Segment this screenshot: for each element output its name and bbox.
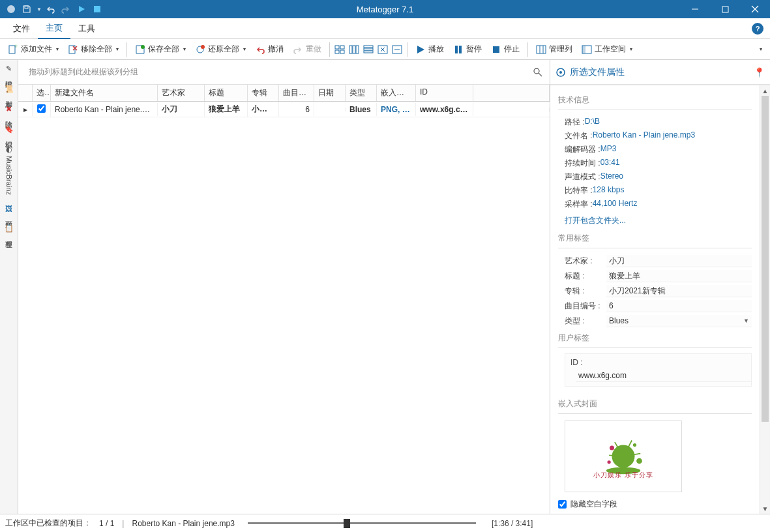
col-genre[interactable]: 类型 xyxy=(346,85,377,101)
cell-album[interactable]: 小刀2... xyxy=(248,102,279,117)
cell-track[interactable]: 6 xyxy=(279,103,314,116)
cell-id[interactable]: www.x6g.com xyxy=(416,103,473,116)
layout-collapse-icon[interactable] xyxy=(391,44,403,55)
qat-play-icon[interactable] xyxy=(74,2,89,16)
svg-rect-17 xyxy=(335,50,339,53)
col-album[interactable]: 专辑 xyxy=(248,85,279,101)
app-title: Metatogger 7.1 xyxy=(357,5,413,14)
minimize-button[interactable] xyxy=(680,0,710,18)
col-cover[interactable]: 嵌入式封面 xyxy=(377,85,416,101)
remove-all-icon xyxy=(68,44,78,55)
row-checkbox[interactable] xyxy=(33,102,51,117)
playback-slider[interactable] xyxy=(248,522,476,524)
col-id[interactable]: ID xyxy=(416,85,473,101)
tag-title-input[interactable] xyxy=(606,270,752,282)
col-artist[interactable]: 艺术家 xyxy=(158,85,205,101)
side-tab-script[interactable]: 📜脚本 xyxy=(4,83,14,96)
scroll-down-icon[interactable]: ▼ xyxy=(760,503,770,514)
col-title[interactable]: 标题 xyxy=(205,85,248,101)
cell-title[interactable]: 狼爱上羊 xyxy=(205,102,248,117)
status-time: [1:36 / 3:41] xyxy=(492,519,533,528)
side-tab-tag[interactable]: 🔖标识 xyxy=(4,123,14,137)
svg-rect-1 xyxy=(25,6,28,8)
side-tab-clean[interactable]: ✖清除 xyxy=(4,103,14,117)
prop-filename[interactable]: Roberto Kan - Plain jene.mp3 xyxy=(593,130,695,141)
prop-path[interactable]: D:\B xyxy=(585,117,600,128)
right-scrollbar[interactable]: ▲ ▼ xyxy=(760,85,770,514)
maximize-button[interactable] xyxy=(710,0,740,18)
qat-stop-icon[interactable] xyxy=(90,2,104,16)
tag-artist-input[interactable] xyxy=(606,255,752,267)
hide-empty-input[interactable] xyxy=(558,500,567,509)
clean-icon: ✖ xyxy=(5,104,14,113)
save-all-icon xyxy=(135,44,145,55)
help-icon[interactable]: ? xyxy=(752,23,763,35)
menu-home[interactable]: 主页 xyxy=(38,18,70,39)
layout-cols-icon[interactable] xyxy=(348,44,360,55)
cell-cover[interactable]: PNG, 4... xyxy=(377,103,416,116)
tag-track-input[interactable] xyxy=(606,300,752,312)
side-tab-musicbrainz[interactable]: ◐MusicBrainz xyxy=(5,143,14,196)
scroll-thumb[interactable] xyxy=(762,96,769,422)
qat-dropdown-caret[interactable]: ▼ xyxy=(37,7,42,12)
cell-genre[interactable]: Blues xyxy=(346,103,377,116)
prop-channel: Stereo xyxy=(600,171,623,183)
toolbar-caret[interactable]: ▾ xyxy=(754,44,766,54)
svg-rect-15 xyxy=(335,46,339,49)
svg-rect-4 xyxy=(722,7,728,12)
group-header[interactable]: 拖动列标题到此处根据该列分组 xyxy=(18,60,550,85)
save-all-button[interactable]: 保存全部▾ xyxy=(131,42,190,57)
restore-all-button[interactable]: 还原全部▾ xyxy=(191,42,250,57)
workspace-button[interactable]: 工作空间▾ xyxy=(578,42,636,57)
right-panel: 所选文件属性 📍 技术信息 路径 : D:\B 文件名 : Roberto Ka… xyxy=(550,60,770,514)
cover-icon: 🖼 xyxy=(5,204,14,213)
menubar: 文件 主页 工具 ? xyxy=(0,18,770,39)
hide-empty-checkbox[interactable]: 隐藏空白字段 xyxy=(558,496,752,512)
svg-rect-24 xyxy=(364,51,373,53)
edit-icon: ✎ xyxy=(5,64,14,73)
col-track[interactable]: 曲目编号 xyxy=(279,85,314,101)
prop-codec: MP3 xyxy=(600,144,617,155)
pause-button[interactable]: 暂停 xyxy=(449,42,486,57)
side-tab-cover[interactable]: 🖼封面 xyxy=(4,203,14,216)
layout-rows-icon[interactable] xyxy=(363,44,374,55)
script-icon: 📜 xyxy=(5,84,14,93)
columns-icon xyxy=(536,44,546,55)
organize-icon: 📋 xyxy=(5,224,14,233)
open-folder-link[interactable]: 打开包含文件夹... xyxy=(558,211,752,229)
pin-icon[interactable]: 📍 xyxy=(754,67,765,78)
scroll-up-icon[interactable]: ▲ xyxy=(760,85,770,96)
qat-save-icon[interactable] xyxy=(20,2,34,16)
tag-genre-select[interactable]: Blues▼ xyxy=(606,315,752,327)
manage-columns-button[interactable]: 管理列 xyxy=(532,42,576,57)
svg-point-46 xyxy=(636,458,642,464)
add-file-button[interactable]: + 添加文件▾ xyxy=(4,42,63,57)
center-panel: 拖动列标题到此处根据该列分组 选择 新建文件名 艺术家 标题 专辑 曲目编号 日… xyxy=(18,60,550,514)
cell-filename[interactable]: Roberto Kan - Plain jene.mp3 xyxy=(51,103,158,116)
layout-expand-icon[interactable] xyxy=(377,44,389,55)
layout-grid-icon[interactable] xyxy=(334,44,346,55)
stop-button[interactable]: 停止 xyxy=(487,42,524,57)
col-filename[interactable]: 新建文件名 xyxy=(51,85,158,101)
cell-artist[interactable]: 小刀 xyxy=(158,102,205,117)
col-date[interactable]: 日期 xyxy=(314,85,346,101)
side-tab-organize[interactable]: 📋整理 xyxy=(4,223,14,237)
search-icon[interactable] xyxy=(533,67,543,78)
right-panel-header: 所选文件属性 📍 xyxy=(550,60,770,85)
menu-tools[interactable]: 工具 xyxy=(70,19,103,38)
table-row[interactable]: ▸ Roberto Kan - Plain jene.mp3 小刀 狼爱上羊 小… xyxy=(18,102,550,117)
slider-thumb[interactable] xyxy=(344,519,350,528)
cover-art[interactable]: 小刀娱乐 乐于分享 xyxy=(565,421,682,492)
undo-button[interactable]: 撤消 xyxy=(251,42,288,57)
tag-album-input[interactable] xyxy=(606,285,752,297)
qat-undo-icon[interactable] xyxy=(43,2,57,16)
col-select[interactable]: 选择 xyxy=(33,85,51,101)
side-tab-edit[interactable]: ✎编辑 xyxy=(4,63,14,76)
row-handle[interactable]: ▸ xyxy=(18,103,33,116)
user-id-input[interactable] xyxy=(576,370,751,382)
play-button[interactable]: 播放 xyxy=(411,42,448,57)
remove-all-button[interactable]: 移除全部▾ xyxy=(64,42,123,57)
menu-file[interactable]: 文件 xyxy=(5,19,38,38)
close-button[interactable] xyxy=(740,0,770,18)
cell-date[interactable] xyxy=(314,108,346,111)
